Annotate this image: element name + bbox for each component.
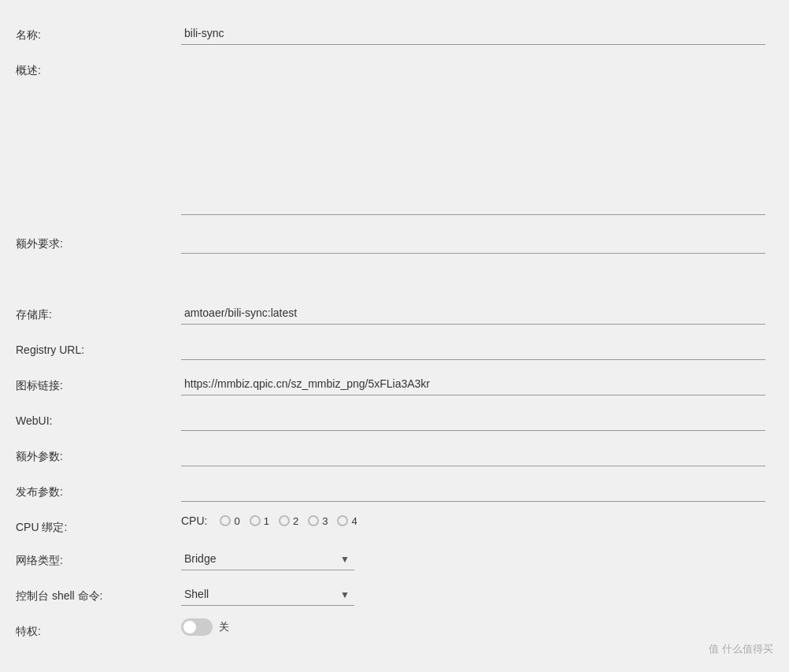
repo-label: 存储库: <box>16 302 173 322</box>
publish-params-row: 发布参数: <box>0 473 789 508</box>
privilege-slider <box>181 618 213 636</box>
publish-params-input-area <box>173 479 773 502</box>
network-type-input-area: Bridge Host None ▼ <box>173 548 773 570</box>
cpu-checkbox-3[interactable] <box>308 515 319 526</box>
watermark: 值 什么值得买 <box>709 642 773 656</box>
webui-row: WebUI: <box>0 402 789 437</box>
cpu-option-3[interactable]: 3 <box>308 515 328 527</box>
cpu-option-2[interactable]: 2 <box>279 515 298 527</box>
cpu-option-0[interactable]: 0 <box>220 515 239 527</box>
name-input-area <box>173 22 773 45</box>
cpu-option-1[interactable]: 1 <box>250 515 269 527</box>
cpu-bind-row: CPU 绑定: CPU: 0 1 2 3 <box>0 508 789 541</box>
publish-params-label: 发布参数: <box>16 479 173 499</box>
registry-url-input[interactable] <box>181 337 765 360</box>
network-type-select[interactable]: Bridge Host None <box>181 548 354 570</box>
shell-select-wrapper: Shell Bash sh ▼ <box>181 583 354 606</box>
extra-params-label: 额外参数: <box>16 444 173 464</box>
console-shell-row: 控制台 shell 命令: Shell Bash sh ▼ <box>0 577 789 612</box>
cpu-bind-input-area: CPU: 0 1 2 3 4 <box>173 514 773 527</box>
webui-input[interactable] <box>181 408 765 431</box>
cpu-number-3: 3 <box>322 515 328 527</box>
publish-params-input[interactable] <box>181 479 765 502</box>
icon-link-input[interactable] <box>181 373 765 395</box>
privilege-input-area: 关 <box>173 618 773 636</box>
privilege-row: 特权: 关 <box>0 612 789 645</box>
extra-params-row: 额外参数: <box>0 437 789 473</box>
cpu-checkbox-1[interactable] <box>250 515 261 526</box>
cpu-number-4: 4 <box>351 515 357 527</box>
page-container: 名称: 概述: 额外要求: 存储库: Registry URL: 图标链接: <box>0 0 789 672</box>
extra-req-input-area <box>173 231 773 254</box>
cpu-checkbox-4[interactable] <box>337 515 348 526</box>
extra-params-input-area <box>173 444 773 466</box>
cpu-number-1: 1 <box>264 515 269 527</box>
cpu-number-0: 0 <box>234 515 239 527</box>
cpu-option-4[interactable]: 4 <box>337 515 357 527</box>
repo-row: 存储库: <box>0 295 789 331</box>
repo-input-area <box>173 302 773 325</box>
cpu-bind-label: CPU 绑定: <box>16 514 173 535</box>
extra-params-input[interactable] <box>181 444 765 466</box>
console-shell-input-area: Shell Bash sh ▼ <box>173 583 773 606</box>
description-input-area <box>173 58 773 217</box>
description-label: 概述: <box>16 58 173 78</box>
cpu-label: CPU: <box>181 514 207 527</box>
shell-select[interactable]: Shell Bash sh <box>181 583 354 606</box>
description-textarea[interactable] <box>181 58 765 215</box>
privilege-toggle[interactable] <box>181 618 213 636</box>
privilege-label: 特权: <box>16 618 173 639</box>
icon-link-row: 图标链接: <box>0 366 789 402</box>
name-input[interactable] <box>181 22 765 45</box>
cpu-checkbox-0[interactable] <box>220 515 231 526</box>
webui-input-area <box>173 408 773 431</box>
extra-req-row: 额外要求: <box>0 225 789 295</box>
extra-req-input[interactable] <box>181 231 765 254</box>
name-label: 名称: <box>16 22 173 43</box>
icon-link-label: 图标链接: <box>16 373 173 393</box>
network-select-wrapper: Bridge Host None ▼ <box>181 548 354 570</box>
webui-label: WebUI: <box>16 408 173 427</box>
console-shell-label: 控制台 shell 命令: <box>16 583 173 603</box>
description-row: 概述: <box>0 51 789 225</box>
cpu-checkbox-2[interactable] <box>279 515 290 526</box>
network-type-row: 网络类型: Bridge Host None ▼ <box>0 541 789 577</box>
cpu-options-row: CPU: 0 1 2 3 4 <box>181 514 765 527</box>
registry-url-input-area <box>173 337 773 360</box>
registry-url-label: Registry URL: <box>16 337 173 356</box>
icon-link-input-area <box>173 373 773 395</box>
repo-input[interactable] <box>181 302 765 325</box>
network-type-label: 网络类型: <box>16 548 173 568</box>
registry-url-row: Registry URL: <box>0 331 789 366</box>
name-row: 名称: <box>0 16 789 51</box>
privilege-off-label: 关 <box>219 620 229 634</box>
cpu-number-2: 2 <box>293 515 298 527</box>
privilege-toggle-row: 关 <box>181 618 765 636</box>
extra-req-label: 额外要求: <box>16 231 173 251</box>
